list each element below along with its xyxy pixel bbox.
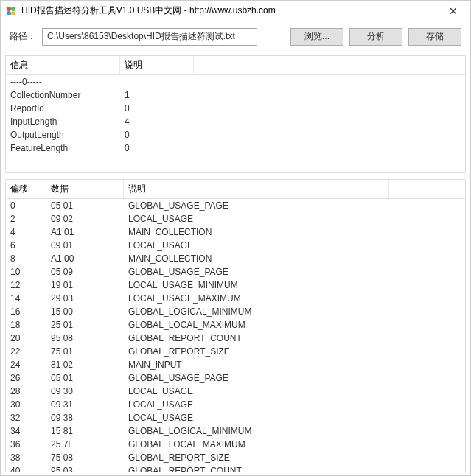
descriptor-grid-body[interactable]: 005 01GLOBAL_USAGE_PAGE209 02LOCAL_USAGE… (6, 199, 465, 472)
table-row[interactable]: 2605 01GLOBAL_USAGE_PAGE (6, 371, 465, 385)
table-row[interactable]: ReportId0 (6, 102, 465, 115)
desc-cell-desc: LOCAL_USAGE (124, 385, 389, 398)
desc-cell-data: 05 01 (46, 199, 124, 212)
desc-cell-desc: LOCAL_USAGE (124, 212, 389, 225)
desc-cell-desc: GLOBAL_USAGE_PAGE (124, 265, 389, 279)
table-row[interactable]: 2481 02MAIN_INPUT (6, 358, 465, 371)
descriptor-grid: 偏移 数据 说明 005 01GLOBAL_USAGE_PAGE209 02LO… (6, 180, 465, 472)
desc-cell-data: 09 31 (46, 398, 124, 411)
desc-cell-desc: GLOBAL_USAGE_PAGE (124, 199, 389, 212)
desc-cell-offset: 40 (6, 464, 46, 472)
window-title: HID报告描述符分析工具V1.0 USB中文网 - http://www.usb… (21, 4, 441, 17)
desc-cell-desc: LOCAL_USAGE_MINIMUM (124, 279, 389, 292)
desc-cell-desc: GLOBAL_LOCAL_MAXIMUM (124, 318, 389, 332)
close-button[interactable]: ✕ (441, 3, 466, 19)
table-row[interactable]: 1219 01LOCAL_USAGE_MINIMUM (6, 279, 465, 292)
info-cell-value (120, 75, 194, 88)
table-row[interactable]: FeatureLength0 (6, 141, 465, 155)
svg-point-1 (11, 7, 15, 11)
info-cell-value: 0 (120, 102, 194, 115)
desc-cell-data: 09 38 (46, 411, 124, 424)
svg-point-0 (7, 7, 11, 11)
desc-cell-data: 19 01 (46, 279, 124, 292)
info-grid-body[interactable]: ----0-----CollectionNumber1ReportId0Inpu… (6, 75, 465, 172)
desc-cell-offset: 30 (6, 398, 46, 411)
desc-cell-offset: 32 (6, 411, 46, 424)
info-pane: 信息 说明 ----0-----CollectionNumber1ReportI… (5, 55, 466, 173)
desc-cell-data: 95 08 (46, 332, 124, 345)
info-cell-name: CollectionNumber (6, 88, 120, 102)
table-row[interactable]: 1615 00GLOBAL_LOGICAL_MINIMUM (6, 305, 465, 318)
info-header-name[interactable]: 信息 (6, 56, 120, 74)
analyze-button[interactable]: 分析 (349, 28, 402, 46)
info-cell-value: 1 (120, 88, 194, 102)
browse-button[interactable]: 浏览... (290, 28, 343, 46)
app-icon (5, 5, 17, 17)
table-row[interactable]: 609 01LOCAL_USAGE (6, 239, 465, 252)
desc-cell-offset: 8 (6, 252, 46, 265)
descriptor-grid-header: 偏移 数据 说明 (6, 180, 465, 199)
desc-cell-offset: 10 (6, 265, 46, 279)
table-row[interactable]: 4A1 01MAIN_COLLECTION (6, 225, 465, 239)
desc-cell-data: 09 02 (46, 212, 124, 225)
descriptor-pane: 偏移 数据 说明 005 01GLOBAL_USAGE_PAGE209 02LO… (5, 179, 466, 472)
desc-cell-data: 05 09 (46, 265, 124, 279)
table-row[interactable]: 4095 03GLOBAL_REPORT_COUNT (6, 464, 465, 472)
desc-cell-desc: GLOBAL_USAGE_PAGE (124, 371, 389, 385)
svg-point-2 (7, 11, 11, 15)
desc-cell-offset: 26 (6, 371, 46, 385)
desc-cell-data: 75 01 (46, 345, 124, 358)
info-cell-name: ReportId (6, 102, 120, 115)
desc-cell-desc: MAIN_INPUT (124, 358, 389, 371)
titlebar: HID报告描述符分析工具V1.0 USB中文网 - http://www.usb… (1, 1, 470, 21)
desc-cell-data: 15 81 (46, 424, 124, 438)
info-cell-name: OutputLength (6, 128, 120, 141)
table-row[interactable]: 1429 03LOCAL_USAGE_MAXIMUM (6, 292, 465, 305)
desc-cell-desc: MAIN_COLLECTION (124, 252, 389, 265)
desc-cell-desc: GLOBAL_LOGICAL_MINIMUM (124, 305, 389, 318)
table-row[interactable]: 2275 01GLOBAL_REPORT_SIZE (6, 345, 465, 358)
info-cell-value: 0 (120, 141, 194, 155)
desc-cell-data: A1 01 (46, 225, 124, 239)
save-button[interactable]: 存储 (408, 28, 461, 46)
table-row[interactable]: InputLength4 (6, 115, 465, 128)
info-header-desc[interactable]: 说明 (120, 56, 194, 74)
table-row[interactable]: 209 02LOCAL_USAGE (6, 212, 465, 225)
desc-cell-offset: 14 (6, 292, 46, 305)
desc-cell-offset: 38 (6, 451, 46, 464)
table-row[interactable]: 3875 08GLOBAL_REPORT_SIZE (6, 451, 465, 464)
descriptor-header-offset[interactable]: 偏移 (6, 180, 46, 198)
desc-cell-offset: 34 (6, 424, 46, 438)
desc-cell-data: 29 03 (46, 292, 124, 305)
desc-cell-data: A1 00 (46, 252, 124, 265)
info-cell-name: ----0----- (6, 75, 120, 88)
table-row[interactable]: OutputLength0 (6, 128, 465, 141)
desc-cell-offset: 4 (6, 225, 46, 239)
table-row[interactable]: 8A1 00MAIN_COLLECTION (6, 252, 465, 265)
descriptor-header-data[interactable]: 数据 (46, 180, 124, 198)
table-row[interactable]: 3415 81GLOBAL_LOGICAL_MINIMUM (6, 424, 465, 438)
desc-cell-desc: GLOBAL_LOCAL_MAXIMUM (124, 438, 389, 451)
table-row[interactable]: 3009 31LOCAL_USAGE (6, 398, 465, 411)
desc-cell-offset: 2 (6, 212, 46, 225)
desc-cell-offset: 36 (6, 438, 46, 451)
table-row[interactable]: ----0----- (6, 75, 465, 88)
table-row[interactable]: 3625 7FGLOBAL_LOCAL_MAXIMUM (6, 438, 465, 451)
table-row[interactable]: 1825 01GLOBAL_LOCAL_MAXIMUM (6, 318, 465, 332)
descriptor-header-desc[interactable]: 说明 (124, 180, 389, 198)
table-row[interactable]: 005 01GLOBAL_USAGE_PAGE (6, 199, 465, 212)
desc-cell-desc: LOCAL_USAGE (124, 411, 389, 424)
table-row[interactable]: 3209 38LOCAL_USAGE (6, 411, 465, 424)
desc-cell-offset: 18 (6, 318, 46, 332)
desc-cell-data: 81 02 (46, 358, 124, 371)
desc-cell-desc: MAIN_COLLECTION (124, 225, 389, 239)
desc-cell-offset: 0 (6, 199, 46, 212)
table-row[interactable]: 2809 30LOCAL_USAGE (6, 385, 465, 398)
desc-cell-desc: LOCAL_USAGE (124, 239, 389, 252)
info-cell-name: FeatureLength (6, 141, 120, 155)
path-input[interactable] (42, 28, 257, 46)
table-row[interactable]: 2095 08GLOBAL_REPORT_COUNT (6, 332, 465, 345)
table-row[interactable]: CollectionNumber1 (6, 88, 465, 102)
desc-cell-desc: GLOBAL_LOGICAL_MINIMUM (124, 424, 389, 438)
table-row[interactable]: 1005 09GLOBAL_USAGE_PAGE (6, 265, 465, 279)
